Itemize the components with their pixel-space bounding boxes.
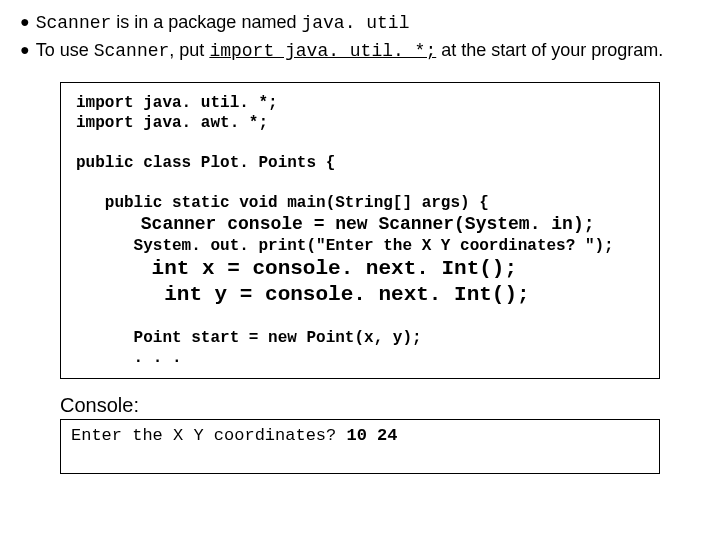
console-user-input: 10 24 (346, 426, 397, 445)
code-line: import java. util. *; (76, 94, 278, 112)
code-line: int y = console. next. Int(); (76, 283, 530, 306)
pkg-name: java. util (301, 13, 409, 33)
code-line: . . . (76, 349, 182, 367)
bullet-item-2: ● To use Scanner, put import java. util.… (20, 38, 700, 64)
scanner-word: Scanner (36, 13, 112, 33)
b2-pre: To use (36, 40, 94, 60)
bullet-list: ● Scanner is in a package named java. ut… (20, 10, 700, 64)
code-sample-box: import java. util. *; import java. awt. … (60, 82, 660, 379)
import-directive: import java. util. *; (209, 41, 436, 61)
b2-post: at the start of your program. (436, 40, 663, 60)
bullet-item-1: ● Scanner is in a package named java. ut… (20, 10, 700, 36)
code-line: System. out. print("Enter the X Y coordi… (76, 237, 614, 255)
bullet-1-text: Scanner is in a package named java. util (36, 10, 410, 36)
b1-mid: is in a package named (111, 12, 301, 32)
code-line: Point start = new Point(x, y); (76, 329, 422, 347)
b2-mid: , put (169, 40, 209, 60)
bullet-icon: ● (20, 13, 30, 31)
code-line: public class Plot. Points { (76, 154, 335, 172)
console-prompt: Enter the X Y coordinates? (71, 426, 346, 445)
console-output-box: Enter the X Y coordinates? 10 24 (60, 419, 660, 474)
bullet-2-text: To use Scanner, put import java. util. *… (36, 38, 664, 64)
code-line: public static void main(String[] args) { (76, 194, 489, 212)
code-line: import java. awt. *; (76, 114, 268, 132)
bullet-icon: ● (20, 41, 30, 59)
b2-scanner: Scanner (94, 41, 170, 61)
console-label: Console: (60, 394, 700, 417)
code-line: Scanner console = new Scanner(System. in… (76, 214, 594, 234)
code-line: int x = console. next. Int(); (76, 257, 517, 280)
